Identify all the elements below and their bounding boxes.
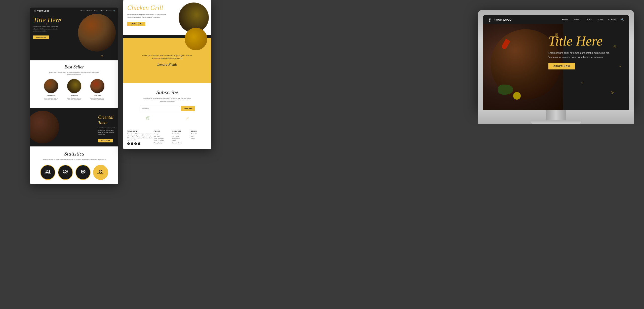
stat-chef: 100 CHEF bbox=[58, 165, 73, 180]
screen-logo: 🍴 YOUR LOGO bbox=[488, 18, 512, 22]
footer-col-3: SERVICES How to Order Our Product Order … bbox=[172, 130, 189, 145]
middle-footer: TITLE HERE Lorem ipsum dolor sit amet, c… bbox=[123, 126, 211, 149]
footer-link-order-status: Order Status bbox=[172, 137, 189, 140]
screen-nav-links: Home Product Promo About Contact 🔍 bbox=[562, 18, 624, 21]
screen-search-icon[interactable]: 🔍 bbox=[621, 18, 624, 21]
footer-title-1: TITLE HERE bbox=[127, 130, 152, 132]
screen-nav-product[interactable]: Product bbox=[573, 18, 581, 21]
mockup-left: 🍴 YOUR LOGO Home Product Promo About Con… bbox=[30, 8, 118, 184]
screen-nav-contact[interactable]: Contact bbox=[608, 18, 616, 21]
mockup-right: 🍴 YOUR LOGO Home Product Promo About Con… bbox=[478, 10, 634, 124]
footer-title-4: OTHER bbox=[191, 130, 207, 132]
email-input[interactable] bbox=[140, 106, 181, 111]
product-item-1: Title Here Lorem ipsum dolor sit amet, c… bbox=[41, 79, 61, 101]
deco-pepper-icon: 🌶 bbox=[186, 116, 189, 120]
screen-deco-onion-icon: ⊕ bbox=[555, 32, 558, 37]
screen-nav: 🍴 YOUR LOGO Home Product Promo About Con… bbox=[483, 15, 629, 24]
monitor-neck bbox=[546, 110, 566, 120]
footer-link-team: Our Team bbox=[154, 135, 170, 137]
left-bestseller-section: Best Seller Lorem ipsum dolor sit amet, … bbox=[30, 60, 118, 108]
services-links: How to Order Our Product Order Status Pr… bbox=[172, 133, 189, 144]
footer-link-terms: Terms & Condition bbox=[154, 140, 170, 142]
left-hero-content: Title Here Lorem ipsum dolor sit amet, c… bbox=[30, 14, 118, 41]
screen-deco-circle-icon: ◯ bbox=[556, 37, 560, 41]
oriental-description: Lorem ipsum dolor sit amet, consectetur … bbox=[98, 127, 115, 136]
screen-nav-about[interactable]: About bbox=[597, 18, 603, 21]
fork-knife-icon: 🍴 bbox=[33, 10, 36, 12]
about-links: History Our Team Brand Guidelines Terms … bbox=[154, 133, 170, 144]
menu-label: MENU bbox=[81, 173, 85, 175]
screen-order-button[interactable]: ORDER NOW bbox=[548, 63, 575, 69]
subscribe-form: SUBSCRIBE bbox=[140, 106, 195, 111]
products-grid: Title Here Lorem ipsum dolor sit amet, c… bbox=[33, 79, 115, 101]
stat-outlets: 123 OUTLETS bbox=[40, 165, 55, 180]
subscribe-title: Subscribe bbox=[127, 89, 207, 96]
footer-link-history: History bbox=[154, 133, 170, 135]
screen-nav-home[interactable]: Home bbox=[562, 18, 568, 21]
footer-link-privacy-other: Privacy bbox=[191, 137, 207, 140]
testimonial-author: Lenora Fields bbox=[157, 63, 177, 67]
mockup-middle: Chicken Grill Lorem ipsum dolor sit amet… bbox=[123, 0, 211, 149]
oriental-order-button[interactable]: ORDER NOW bbox=[98, 139, 113, 142]
left-hero-title: Title Here bbox=[33, 16, 115, 24]
footer-link-privacy: Privacy Policy bbox=[154, 142, 170, 144]
screen-deco-leaf-icon: ❧ bbox=[619, 64, 621, 68]
screen-deco-garlic-icon: ◎ bbox=[613, 44, 616, 48]
product-item-3: Title Here Lorem ipsum dolor sit amet, c… bbox=[87, 79, 107, 101]
other-links: Contact Us Help Privacy bbox=[191, 133, 207, 140]
subscribe-section: Subscribe Lorem ipsum dolor sit amet, co… bbox=[123, 83, 211, 126]
middle-order-button[interactable]: ORDER NOW bbox=[127, 22, 145, 26]
product-desc-1: Lorem ipsum dolor sit amet, consectetur … bbox=[41, 98, 61, 101]
screen-deco-mushroom-icon: ⊗ bbox=[611, 90, 614, 95]
chef-label: CHEF bbox=[63, 173, 67, 175]
monitor-base bbox=[531, 120, 581, 124]
outlets-label: OUTLETS bbox=[45, 173, 51, 175]
oriental-section: Oriental Taste Lorem ipsum dolor sit ame… bbox=[30, 111, 118, 146]
left-order-button[interactable]: ORDER NOW bbox=[33, 35, 49, 39]
screen-hero-description: Lorem ipsum dolor sit amet, consectetur … bbox=[548, 51, 619, 59]
left-hero-section: 🍴 YOUR LOGO Home Product Promo About Con… bbox=[30, 8, 118, 60]
footer-link-our-product: Our Product bbox=[172, 135, 189, 137]
product-title-3: Title Here bbox=[87, 95, 107, 97]
oriental-title: Oriental Taste bbox=[98, 115, 115, 125]
product-image-2 bbox=[67, 79, 82, 94]
screen-deco-dot-icon: ⊙ bbox=[581, 81, 584, 85]
chicken-grill-title: Chicken Grill bbox=[127, 4, 178, 12]
screen-hero-section: Title Here Lorem ipsum dolor sit amet, c… bbox=[483, 24, 629, 110]
stats-circles: 123 OUTLETS 100 CHEF 300 MENU 30 COUNTRY bbox=[33, 165, 115, 180]
testimonial-section: Lorem ipsum dolor sit amet, consectetur … bbox=[123, 38, 211, 83]
stat-menu: 300 MENU bbox=[75, 165, 91, 180]
footer-col-2: ABOUT History Our Team Brand Guidelines … bbox=[154, 130, 170, 145]
country-number: 30 bbox=[99, 170, 102, 173]
monitor-stand bbox=[478, 110, 634, 124]
monitor-screen: 🍴 YOUR LOGO Home Product Promo About Con… bbox=[483, 15, 629, 110]
footer-link-payment: Payment Method bbox=[172, 142, 189, 144]
footer-col-1: TITLE HERE Lorem ipsum dolor sit amet, c… bbox=[127, 130, 152, 145]
bestseller-title: Best Seller bbox=[33, 64, 115, 70]
country-label: COUNTRY bbox=[97, 173, 104, 175]
outlets-number: 123 bbox=[45, 170, 50, 173]
deco-leaf-2-icon: 🌿 bbox=[145, 116, 150, 120]
footer-col-4: OTHER Contact Us Help Privacy bbox=[191, 130, 207, 145]
monitor-body: 🍴 YOUR LOGO Home Product Promo About Con… bbox=[478, 10, 634, 110]
instagram-icon[interactable]: i bbox=[131, 142, 133, 145]
subscribe-button[interactable]: SUBSCRIBE bbox=[181, 106, 195, 111]
product-item-2: Title Here Lorem ipsum dolor sit amet, c… bbox=[64, 79, 84, 101]
chef-number: 100 bbox=[63, 170, 68, 173]
testimonial-food-image bbox=[185, 28, 207, 50]
oriental-food-image bbox=[30, 111, 59, 143]
other-social-icon[interactable]: o bbox=[138, 142, 140, 145]
middle-hero-content: Chicken Grill Lorem ipsum dolor sit amet… bbox=[127, 4, 178, 26]
product-image-1 bbox=[44, 79, 59, 94]
footer-title-3: SERVICES bbox=[172, 130, 189, 132]
social-icons: f i t o bbox=[127, 142, 152, 145]
footer-link-help: Help bbox=[191, 135, 207, 137]
facebook-icon[interactable]: f bbox=[127, 142, 130, 145]
statistics-title: Statistics bbox=[33, 150, 115, 157]
deco-onion-icon: ⊕ bbox=[101, 54, 103, 58]
twitter-icon[interactable]: t bbox=[134, 142, 137, 145]
left-nav: 🍴 YOUR LOGO Home Product Promo About Con… bbox=[30, 8, 118, 14]
bestseller-description: Lorem ipsum dolor sit amet, consectetur … bbox=[49, 71, 99, 75]
screen-nav-promo[interactable]: Promo bbox=[586, 18, 592, 21]
screen-herb-accent bbox=[498, 85, 513, 95]
